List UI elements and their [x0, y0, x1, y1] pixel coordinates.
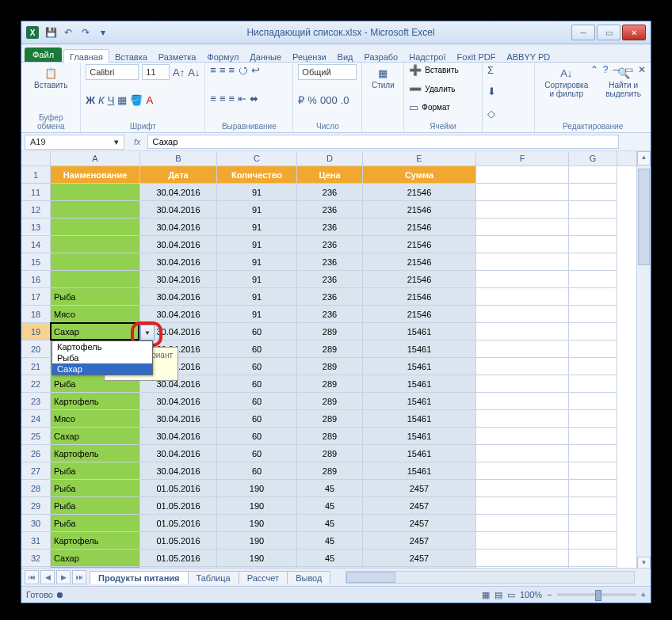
zoom-slider[interactable] [557, 593, 636, 596]
cell[interactable]: 01.05.2016 [140, 532, 217, 550]
cell[interactable] [476, 219, 569, 236]
row-header[interactable]: 1 [21, 166, 51, 184]
cell[interactable]: 30.04.2016 [140, 410, 217, 428]
col-header-B[interactable]: B [140, 151, 217, 165]
qat-undo-icon[interactable]: ↶ [61, 25, 75, 40]
row-header[interactable]: 18 [21, 306, 51, 323]
cell[interactable]: 289 [297, 428, 363, 445]
name-box[interactable]: A19▾ [25, 135, 124, 150]
cell[interactable]: 15461 [363, 358, 476, 375]
cell[interactable]: 91 [217, 288, 297, 306]
view-break-icon[interactable]: ▭ [507, 590, 515, 600]
cell[interactable]: 30.04.2016 [140, 253, 217, 271]
qat-customize-icon[interactable]: ▾ [96, 25, 110, 40]
worksheet-grid[interactable]: A B C D E F G 1 Наименование Дата Количе… [21, 151, 651, 568]
percent-icon[interactable]: % [307, 94, 317, 106]
cell[interactable]: 190 [217, 532, 297, 550]
merge-icon[interactable]: ⬌ [250, 93, 258, 105]
cell[interactable] [569, 166, 617, 184]
cell[interactable] [569, 340, 617, 358]
bold-icon[interactable]: Ж [86, 94, 95, 106]
row-header[interactable]: 27 [21, 462, 51, 480]
ribbon-minimize-icon[interactable]: ⌃ [590, 64, 598, 75]
cell[interactable] [569, 201, 617, 219]
cell[interactable]: 2457 [363, 497, 476, 515]
row-header[interactable]: 23 [21, 393, 51, 410]
minimize-button[interactable]: ─ [571, 25, 595, 40]
wb-close-icon[interactable]: ✕ [638, 64, 646, 75]
italic-icon[interactable]: К [98, 94, 105, 106]
cell[interactable] [476, 201, 569, 219]
table-header[interactable]: Наименование [51, 166, 140, 184]
zoom-level[interactable]: 100% [520, 590, 542, 599]
view-normal-icon[interactable]: ▦ [482, 590, 490, 600]
col-header-E[interactable]: E [363, 151, 476, 165]
cell[interactable]: 01.05.2016 [140, 480, 217, 497]
cell[interactable]: 45 [297, 515, 363, 532]
cell[interactable] [51, 219, 140, 236]
clear-icon[interactable]: ◇ [487, 108, 495, 120]
wb-restore-icon[interactable]: ▭ [624, 64, 633, 75]
cell[interactable] [476, 532, 569, 550]
cell[interactable]: 45 [297, 532, 363, 550]
cell[interactable] [476, 410, 569, 428]
row-header[interactable]: 15 [21, 253, 51, 271]
cell[interactable]: 21546 [363, 253, 476, 271]
cell[interactable]: 2457 [363, 532, 476, 550]
align-mid-icon[interactable]: ≡ [220, 64, 226, 76]
cell[interactable]: 190 [217, 480, 297, 497]
autosum-icon[interactable]: Σ [487, 64, 494, 76]
row-header[interactable]: 30 [21, 515, 51, 532]
row-header[interactable]: 21 [21, 358, 51, 375]
cell[interactable]: 190 [217, 497, 297, 515]
sheet-tab[interactable]: Вывод [287, 571, 330, 584]
sheet-nav-prev-icon[interactable]: ◀ [40, 570, 55, 584]
row-header[interactable]: 12 [21, 201, 51, 219]
cell[interactable]: 01.05.2016 [140, 515, 217, 532]
row-header[interactable]: 17 [21, 288, 51, 306]
cell[interactable]: 2457 [363, 480, 476, 497]
namebox-dropdown-icon[interactable]: ▾ [114, 137, 119, 147]
cell[interactable]: 289 [297, 340, 363, 358]
cell[interactable]: 21546 [363, 271, 476, 288]
view-layout-icon[interactable]: ▤ [494, 590, 502, 600]
comma-icon[interactable]: 000 [320, 94, 338, 106]
cells-format-button[interactable]: ▭Формат [409, 101, 477, 113]
cell[interactable]: Мясо [51, 410, 140, 428]
cell[interactable]: 60 [217, 410, 297, 428]
cell[interactable]: 236 [297, 306, 363, 323]
close-button[interactable]: ✕ [622, 25, 646, 40]
align-right-icon[interactable]: ≡ [229, 93, 235, 105]
row-header[interactable]: 20 [21, 340, 51, 358]
cell[interactable]: Рыба [51, 480, 140, 497]
cell[interactable]: 15461 [363, 393, 476, 410]
cell[interactable] [569, 184, 617, 201]
cell[interactable]: 45 [297, 480, 363, 497]
cell[interactable] [476, 236, 569, 253]
dropdown-item[interactable]: Сахар [52, 363, 152, 375]
cell[interactable]: 289 [297, 410, 363, 428]
inc-dec-icon[interactable]: .0 [341, 94, 349, 106]
cell[interactable] [476, 393, 569, 410]
cell[interactable]: 289 [297, 323, 363, 340]
cell[interactable]: Картофель [51, 393, 140, 410]
cell[interactable]: 21546 [363, 219, 476, 236]
col-header-G[interactable]: G [569, 151, 617, 165]
cell[interactable]: 30.04.2016 [140, 393, 217, 410]
cell[interactable] [51, 253, 140, 271]
cell[interactable]: 289 [297, 375, 363, 393]
cell[interactable]: 60 [217, 375, 297, 393]
cell[interactable]: 2457 [363, 567, 476, 568]
cell[interactable]: 15461 [363, 323, 476, 340]
cell[interactable]: Сахар [51, 428, 140, 445]
cell[interactable]: Рыба [51, 515, 140, 532]
formula-input[interactable]: Сахар [147, 135, 619, 149]
cell[interactable]: 15461 [363, 340, 476, 358]
cell[interactable] [569, 567, 617, 568]
cell[interactable] [476, 340, 569, 358]
border-icon[interactable]: ▦ [117, 94, 127, 106]
align-center-icon[interactable]: ≡ [220, 93, 226, 105]
cell[interactable] [569, 236, 617, 253]
cell[interactable] [476, 550, 569, 567]
cell[interactable]: 15461 [363, 428, 476, 445]
